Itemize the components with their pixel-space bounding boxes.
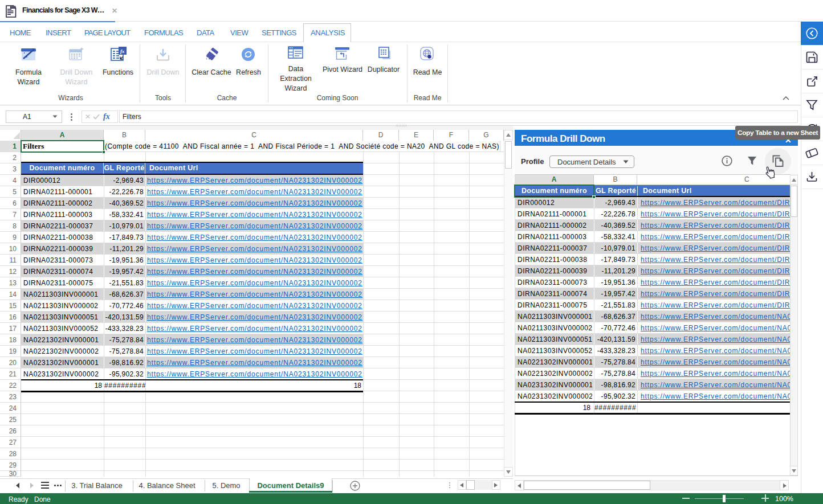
svg-text:fx: fx xyxy=(120,48,125,54)
